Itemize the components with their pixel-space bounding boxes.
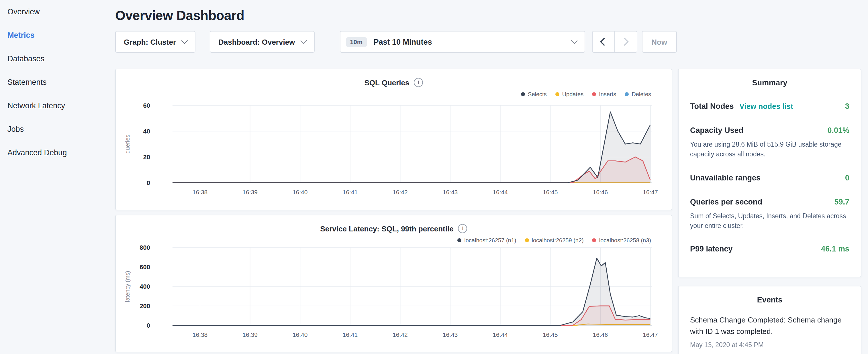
svg-text:16:39: 16:39 xyxy=(242,331,258,338)
legend-label: localhost:26258 (n3) xyxy=(599,237,651,243)
summary-panel: Summary Total Nodes View nodes list 3 Ca… xyxy=(678,69,861,277)
sidebar-item-jobs[interactable]: Jobs xyxy=(0,118,111,141)
main-content: Overview Dashboard Graph: Cluster Dashbo… xyxy=(111,0,868,354)
stat-label: Capacity Used xyxy=(690,125,743,136)
legend-dot-icon xyxy=(521,92,525,96)
stat-value: 3 xyxy=(845,101,849,112)
legend-dot-icon xyxy=(592,92,596,96)
summary-title: Summary xyxy=(690,78,849,87)
info-icon[interactable]: i xyxy=(414,78,423,87)
summary-stat-unavailable-ranges: Unavailable ranges 0 xyxy=(690,172,849,184)
svg-text:16:39: 16:39 xyxy=(242,189,258,195)
graph-scope-dropdown[interactable]: Graph: Cluster xyxy=(115,31,195,53)
legend-dot-icon xyxy=(555,92,559,96)
legend-label: Selects xyxy=(528,91,547,97)
stat-label: Total Nodes xyxy=(690,101,734,112)
svg-text:16:45: 16:45 xyxy=(543,331,558,338)
legend-label: localhost:26257 (n1) xyxy=(464,237,516,243)
svg-text:16:46: 16:46 xyxy=(593,331,608,338)
svg-text:16:38: 16:38 xyxy=(192,189,208,195)
stat-description: You are using 28.6 MiB of 515.9 GiB usab… xyxy=(690,140,849,160)
dashboard-dropdown[interactable]: Dashboard: Overview xyxy=(210,31,314,53)
sidebar-item-statements[interactable]: Statements xyxy=(0,70,111,94)
time-window-next-button[interactable] xyxy=(614,31,637,53)
chart-card-service-latency: Service Latency: SQL, 99th percentile i … xyxy=(115,215,672,352)
svg-text:16:43: 16:43 xyxy=(443,189,458,195)
chart-title-row: Service Latency: SQL, 99th percentile i xyxy=(116,222,672,235)
chart-legend: SelectsUpdatesInsertsDeletes xyxy=(116,89,672,99)
chevron-down-icon xyxy=(300,37,307,44)
app-root: Overview Metrics Databases Statements Ne… xyxy=(0,0,868,354)
svg-text:16:47: 16:47 xyxy=(643,189,658,195)
svg-text:16:40: 16:40 xyxy=(292,331,308,338)
sidebar-item-overview[interactable]: Overview xyxy=(0,0,111,24)
legend-item: Updates xyxy=(555,91,584,97)
stat-value: 0 xyxy=(845,172,849,184)
sidebar: Overview Metrics Databases Statements Ne… xyxy=(0,0,111,354)
stat-label: Queries per second xyxy=(690,196,762,207)
svg-text:400: 400 xyxy=(140,283,150,290)
legend-label: Updates xyxy=(562,91,584,97)
legend-item: localhost:26258 (n3) xyxy=(592,237,651,243)
svg-text:16:45: 16:45 xyxy=(543,189,558,195)
controls-row: Graph: Cluster Dashboard: Overview 10m P… xyxy=(115,31,862,53)
sql-queries-chart: 020406016:3816:3916:4016:4116:4216:4316:… xyxy=(116,99,672,200)
chevron-left-icon xyxy=(600,38,608,46)
svg-text:16:41: 16:41 xyxy=(343,331,358,338)
dashboard-dropdown-label: Dashboard: Overview xyxy=(218,37,295,46)
time-window-label: Past 10 Minutes xyxy=(373,37,432,46)
stat-value: 59.7 xyxy=(834,196,849,207)
svg-text:16:42: 16:42 xyxy=(393,331,408,338)
charts-column: SQL Queries i SelectsUpdatesInsertsDelet… xyxy=(115,69,672,352)
sidebar-item-network-latency[interactable]: Network Latency xyxy=(0,94,111,118)
view-nodes-list-link[interactable]: View nodes list xyxy=(740,101,793,112)
page-title: Overview Dashboard xyxy=(115,8,862,24)
legend-label: Inserts xyxy=(599,91,616,97)
time-window-picker[interactable]: 10m Past 10 Minutes xyxy=(340,31,585,53)
chart-legend: localhost:26257 (n1)localhost:26259 (n2)… xyxy=(116,235,672,245)
svg-text:latency (ms): latency (ms) xyxy=(124,271,131,302)
service-latency-chart: 020040060080016:3816:3916:4016:4116:4216… xyxy=(116,245,672,344)
stat-label: P99 latency xyxy=(690,244,733,255)
events-panel: Events Schema Change Completed: Schema c… xyxy=(678,286,861,354)
legend-item: Inserts xyxy=(592,91,616,97)
legend-item: localhost:26259 (n2) xyxy=(525,237,584,243)
legend-item: Selects xyxy=(521,91,547,97)
legend-dot-icon xyxy=(625,92,629,96)
svg-text:800: 800 xyxy=(140,245,150,251)
time-window-prev-button[interactable] xyxy=(592,31,615,53)
legend-label: Deletes xyxy=(631,91,651,97)
svg-text:20: 20 xyxy=(143,154,150,161)
svg-text:16:41: 16:41 xyxy=(343,189,358,195)
events-title: Events xyxy=(690,296,849,304)
now-button[interactable]: Now xyxy=(642,31,677,53)
event-item-text[interactable]: Schema Change Completed: Schema change w… xyxy=(690,315,849,337)
svg-text:60: 60 xyxy=(143,102,150,109)
legend-dot-icon xyxy=(457,238,461,242)
stat-description: Sum of Selects, Updates, Inserts, and De… xyxy=(690,211,849,231)
svg-text:0: 0 xyxy=(147,179,150,187)
info-icon[interactable]: i xyxy=(458,224,467,233)
sidebar-item-databases[interactable]: Databases xyxy=(0,47,111,70)
event-item-timestamp: May 13, 2020 at 4:45 PM xyxy=(690,342,849,348)
sidebar-item-advanced-debug[interactable]: Advanced Debug xyxy=(0,141,111,164)
svg-text:16:44: 16:44 xyxy=(493,331,508,338)
svg-text:16:43: 16:43 xyxy=(443,331,458,338)
chevron-right-icon xyxy=(621,38,629,46)
sidebar-item-metrics[interactable]: Metrics xyxy=(0,24,111,47)
legend-item: localhost:26257 (n1) xyxy=(457,237,516,243)
chevron-down-icon xyxy=(181,37,188,44)
svg-text:queries: queries xyxy=(124,135,131,154)
svg-text:16:38: 16:38 xyxy=(192,331,208,338)
svg-text:0: 0 xyxy=(147,322,150,329)
stat-value: 46.1 ms xyxy=(821,244,849,255)
svg-text:16:44: 16:44 xyxy=(493,189,508,195)
stat-value: 0.01% xyxy=(827,125,849,136)
svg-text:600: 600 xyxy=(140,263,150,271)
svg-text:200: 200 xyxy=(140,302,150,310)
legend-dot-icon xyxy=(525,238,529,242)
chart-title: SQL Queries xyxy=(364,78,409,87)
summary-stat-p99-latency: P99 latency 46.1 ms xyxy=(690,244,849,255)
svg-text:40: 40 xyxy=(143,128,150,135)
chevron-down-icon xyxy=(571,37,578,44)
